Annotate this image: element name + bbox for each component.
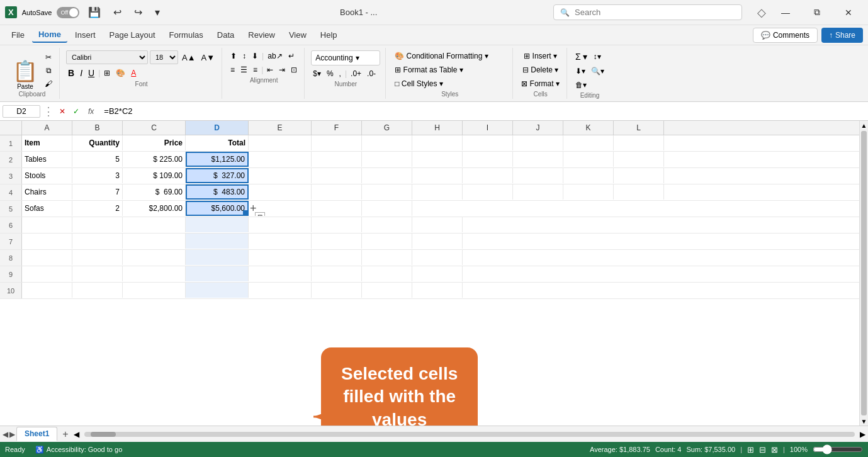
cell-b9[interactable] — [72, 266, 123, 281]
cell-b6[interactable] — [72, 217, 123, 232]
cell-g9[interactable] — [362, 266, 412, 281]
number-format-dropdown[interactable]: Accounting ▾ — [311, 50, 380, 65]
cell-e10[interactable] — [249, 283, 312, 298]
cell-f10[interactable] — [312, 283, 362, 298]
cell-a10[interactable] — [22, 283, 72, 298]
menu-data[interactable]: Data — [211, 28, 240, 42]
cell-j2[interactable] — [513, 152, 563, 167]
cell-e9[interactable] — [249, 266, 312, 281]
col-header-a[interactable]: A — [22, 121, 72, 135]
search-box[interactable]: 🔍 — [553, 4, 742, 20]
borders-button[interactable]: ⊞ — [102, 67, 112, 79]
cell-c6[interactable] — [123, 217, 186, 232]
search-input[interactable] — [575, 8, 735, 17]
cell-h3[interactable] — [412, 168, 463, 183]
cell-h6[interactable] — [412, 217, 463, 232]
cell-g3[interactable] — [362, 168, 412, 183]
col-header-j[interactable]: J — [513, 121, 563, 135]
find-select-button[interactable]: 🔍▾ — [589, 65, 606, 77]
cell-h2[interactable] — [412, 152, 463, 167]
align-left-button[interactable]: ≡ — [228, 64, 237, 76]
cell-i4[interactable] — [463, 184, 513, 200]
scroll-thumb[interactable] — [861, 131, 867, 415]
indent-less-button[interactable]: ⇤ — [265, 64, 275, 76]
close-button[interactable]: ✕ — [834, 3, 863, 22]
cell-i3[interactable] — [463, 168, 513, 183]
cell-c7[interactable] — [123, 234, 186, 249]
col-header-c[interactable]: C — [123, 121, 186, 135]
cell-j4[interactable] — [513, 184, 563, 200]
cell-d6[interactable] — [186, 217, 249, 232]
cell-e2[interactable] — [249, 152, 312, 167]
conditional-formatting-button[interactable]: 🎨 Conditional Formatting ▾ — [392, 50, 490, 62]
fill-color-button[interactable]: 🎨 — [114, 67, 127, 79]
decimal-inc-button[interactable]: .0+ — [349, 68, 363, 79]
cell-e6[interactable] — [249, 217, 312, 232]
col-header-b[interactable]: B — [72, 121, 123, 135]
merge-button[interactable]: ⊡ — [289, 64, 299, 76]
row-header-9[interactable]: 9 — [0, 266, 22, 282]
row-header-8[interactable]: 8 — [0, 250, 22, 266]
format-painter-button[interactable]: 🖌 — [43, 78, 54, 89]
cell-d1[interactable]: Total — [186, 135, 249, 150]
cell-c1[interactable]: Price — [123, 135, 186, 150]
align-center-button[interactable]: ☰ — [239, 64, 249, 76]
delete-cells-button[interactable]: ⊟ Delete ▾ — [519, 64, 561, 76]
fill-handle[interactable] — [243, 210, 248, 215]
cell-j3[interactable] — [513, 168, 563, 183]
scroll-right-button[interactable]: ▶ — [860, 430, 865, 439]
format-cells-button[interactable]: ⊠ Format ▾ — [519, 78, 561, 89]
sheet-tab-sheet1[interactable]: Sheet1 — [16, 427, 57, 441]
clear-button[interactable]: 🗑▾ — [573, 79, 589, 91]
font-color-button[interactable]: A — [129, 67, 138, 79]
cell-h10[interactable] — [412, 283, 463, 298]
cell-h1[interactable] — [412, 135, 463, 150]
cell-f7[interactable] — [312, 234, 362, 249]
formula-input[interactable] — [100, 105, 865, 117]
horizontal-scroll-thumb[interactable] — [91, 432, 116, 437]
orientation-button[interactable]: ab↗ — [266, 50, 284, 62]
cell-g7[interactable] — [362, 234, 412, 249]
cell-a2[interactable]: Tables — [22, 152, 72, 167]
save-button[interactable]: 💾 — [84, 5, 104, 20]
cell-f9[interactable] — [312, 266, 362, 281]
row-header-4[interactable]: 4 — [0, 184, 22, 200]
row-header-3[interactable]: 3 — [0, 168, 22, 184]
cell-e4[interactable] — [249, 184, 312, 200]
cell-b8[interactable] — [72, 250, 123, 265]
cell-g8[interactable] — [362, 250, 412, 265]
menu-help[interactable]: Help — [314, 28, 344, 42]
comma-button[interactable]: , — [337, 68, 343, 79]
cell-d5[interactable]: $5,600.00 — [186, 201, 249, 216]
cell-g4[interactable] — [362, 184, 412, 200]
autosave-toggle[interactable]: Off — [57, 7, 79, 18]
cell-i2[interactable] — [463, 152, 513, 167]
bold-button[interactable]: B — [66, 67, 76, 79]
cell-reference-input[interactable]: D2 — [3, 105, 40, 118]
cell-a7[interactable] — [22, 234, 72, 249]
cell-d7[interactable] — [186, 234, 249, 249]
cell-b10[interactable] — [72, 283, 123, 298]
formula-confirm-icon[interactable]: ✓ — [70, 107, 82, 116]
cell-a6[interactable] — [22, 217, 72, 232]
menu-insert[interactable]: Insert — [69, 28, 102, 42]
cell-b3[interactable]: 3 — [72, 168, 123, 183]
menu-view[interactable]: View — [283, 28, 313, 42]
col-header-i[interactable]: I — [463, 121, 513, 135]
cell-b1[interactable]: Quantity — [72, 135, 123, 150]
cell-l2[interactable] — [614, 152, 664, 167]
cell-g6[interactable] — [362, 217, 412, 232]
comments-button[interactable]: 💬 Comments — [753, 28, 818, 43]
cell-l3[interactable] — [614, 168, 664, 183]
cell-a1[interactable]: Item — [22, 135, 72, 150]
cell-c10[interactable] — [123, 283, 186, 298]
cell-l4[interactable] — [614, 184, 664, 200]
cell-e7[interactable] — [249, 234, 312, 249]
cell-d8[interactable] — [186, 250, 249, 265]
font-shrink-button[interactable]: A▼ — [200, 52, 217, 64]
row-header-5[interactable]: 5 — [0, 201, 22, 217]
insert-cells-button[interactable]: ⊞ Insert ▾ — [519, 50, 561, 62]
col-header-e[interactable]: E — [249, 121, 312, 135]
format-as-table-button[interactable]: ⊞ Format as Table ▾ — [392, 64, 490, 76]
menu-formulas[interactable]: Formulas — [163, 28, 210, 42]
